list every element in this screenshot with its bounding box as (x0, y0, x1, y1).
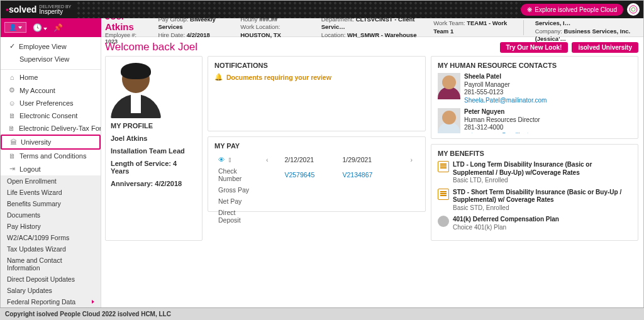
sub-benefits-summary[interactable]: Benefits Summary (1, 198, 101, 209)
employee-header: 👤 🕓 📌 Joel Atkins Employee #: 1023 Pay G… (1, 18, 643, 37)
user-menu-button[interactable]: 👤 (4, 22, 26, 33)
nav-university[interactable]: 🏛University ⬅ (1, 135, 101, 150)
next-period-button[interactable]: › (408, 156, 416, 163)
logout-icon: ⇥ (8, 165, 16, 173)
svg-point-1 (631, 8, 635, 11)
nav-electronic-delivery-tax-forms[interactable]: 🗎Electronic Delivery-Tax Forms (1, 122, 101, 135)
pay-date-0: 2/12/2021 (282, 155, 338, 165)
welcome-heading: Welcome back Joel (105, 41, 197, 53)
sub-open-enrollment[interactable]: Open Enrollment (1, 175, 101, 187)
logo: ▪solved DELIVERED BY Insperity (1, 1, 76, 18)
notification-item[interactable]: 🔔 Documents requiring your review (214, 73, 419, 81)
benefit-icon (438, 161, 449, 172)
contact-name: Peter Nguyen (464, 108, 547, 116)
contact-title: Human Resources Director (464, 116, 547, 124)
contact-avatar (438, 73, 460, 99)
doc-icon: 🗎 (8, 112, 16, 119)
nav-logout[interactable]: ⇥Logout (1, 162, 101, 175)
main-content: Welcome back Joel Try Our New Look! isol… (101, 37, 643, 308)
label-direct-deposit: Direct Deposit (216, 207, 260, 225)
supervisor-view-link[interactable]: Supervisor View (1, 53, 101, 65)
logo-mark: ▪solved (6, 4, 36, 14)
university-icon: 🏛 (9, 138, 17, 146)
sub-documents[interactable]: Documents (1, 209, 101, 221)
benefits-panel: MY BENEFITS LTD - Long Term Disability I… (431, 144, 638, 241)
caret-down-icon (43, 28, 47, 30)
sub-pay-history[interactable]: Pay History (1, 221, 101, 232)
explore-label: Explore isolved People Cloud (535, 6, 617, 13)
explore-button[interactable]: ❋ Explore isolved People Cloud (521, 4, 623, 16)
profile-card: MY PROFILE Joel Atkins Installation Team… (105, 56, 203, 241)
bell-icon: 🔔 (214, 73, 223, 81)
check-icon: ✓ (9, 42, 15, 50)
people-cloud-icon[interactable] (627, 3, 640, 16)
sub-salary-updates[interactable]: Salary Updates (1, 285, 101, 296)
pay-date-1: 1/29/2021 (340, 155, 396, 165)
sub-life-events[interactable]: Life Events Wizard (1, 187, 101, 198)
contact-avatar (438, 108, 460, 133)
sub-tax-updates[interactable]: Tax Updates Wizard (1, 243, 101, 255)
nav-my-account[interactable]: ⚙My Account (1, 84, 101, 97)
nav-home[interactable]: ⌂Home (1, 71, 101, 84)
nav-terms[interactable]: 🗎Terms and Conditions (1, 150, 101, 162)
prev-period-button[interactable]: ‹ (264, 156, 271, 163)
contact-email[interactable]: peter.nguyen@mailinator.com (464, 132, 547, 134)
sub-federal-reporting[interactable]: Federal Reporting Data (1, 296, 101, 307)
profile-name: Joel Atkins (111, 135, 197, 142)
svg-point-0 (630, 6, 637, 13)
contact-row: Peter Nguyen Human Resources Director 28… (438, 108, 631, 133)
nav-electronic-consent[interactable]: 🗎Electronic Consent (1, 109, 101, 122)
home-icon: ⌂ (8, 74, 16, 81)
doc-icon: 🗎 (8, 124, 15, 132)
contact-email[interactable]: Sheela.Patel@mailinator.com (464, 97, 547, 105)
hr-contacts-panel: MY HUMAN RESOURCE CONTACTS Sheela Patel … (431, 56, 638, 139)
label-gross-pay: Gross Pay (216, 185, 260, 195)
hr-contacts-heading: MY HUMAN RESOURCE CONTACTS (438, 62, 631, 69)
chevron-right-icon (92, 300, 94, 304)
isolved-university-button[interactable]: isolved University (572, 42, 638, 53)
eye-show-icon[interactable]: 👁 (218, 156, 225, 163)
sub-name-contact[interactable]: Name and Contact Information (1, 255, 101, 273)
label-net-pay: Net Pay (216, 196, 260, 206)
check-link-0[interactable]: V2579645 (282, 166, 338, 184)
benefit-item[interactable]: STD - Short Term Disability Insurance (B… (438, 189, 631, 212)
my-pay-heading: MY PAY (214, 142, 419, 150)
contact-title: Payroll Manager (464, 81, 547, 89)
footer-copyright: Copyright isolved People Cloud 2022 isol… (5, 311, 171, 317)
doc-icon: 🗎 (8, 152, 16, 160)
profile-anniversary: Anniversary: 4/2/2018 (111, 180, 197, 187)
user-icon: 👤 (9, 24, 16, 31)
notifications-heading: NOTIFICATIONS (214, 62, 419, 69)
pin-button[interactable]: 📌 (53, 23, 63, 32)
employee-view-link[interactable]: ✓Employee View (1, 40, 101, 53)
label-check-number: Check Number (216, 166, 260, 184)
brand-pattern (76, 1, 521, 18)
contact-name: Sheela Patel (464, 73, 547, 81)
my-pay-panel: MY PAY 👁 ⃠ ‹ 2/12/2021 1/29/2021 › (208, 136, 426, 212)
nav-user-preferences[interactable]: ☺User Preferences (1, 97, 101, 109)
delivered-by: DELIVERED BY Insperity (39, 4, 71, 15)
caret-down-icon (18, 26, 22, 29)
hr-contacts-scroll[interactable]: Sheela Patel Payroll Manager 281-555-012… (438, 73, 631, 133)
history-button[interactable]: 🕓 (33, 23, 47, 32)
contact-phone: 281-555-0123 (464, 89, 547, 97)
profile-title: Installation Team Lead (111, 147, 197, 155)
contact-phone: 281-312-4000 (464, 124, 547, 132)
check-link-1[interactable]: V2134867 (340, 166, 396, 184)
notifications-panel: NOTIFICATIONS 🔔 Documents requiring your… (208, 56, 426, 131)
try-new-look-button[interactable]: Try Our New Look! (500, 42, 569, 53)
benefit-icon (438, 189, 449, 200)
contact-row: Sheela Patel Payroll Manager 281-555-012… (438, 73, 631, 104)
profile-length-of-service: Length of Service: 4 Years (111, 160, 197, 175)
sub-w2-forms[interactable]: W2/ACA/1099 Forms (1, 232, 101, 243)
benefit-item[interactable]: 401(k) Deferred Compensation PlanChoice … (438, 216, 631, 231)
user-icon: ☺ (8, 99, 16, 107)
gear-icon: ⚙ (8, 86, 16, 94)
avatar (111, 62, 161, 118)
profile-heading: MY PROFILE (111, 122, 197, 130)
sub-direct-deposit[interactable]: Direct Deposit Updates (1, 273, 101, 285)
bulb-icon: ❋ (527, 6, 532, 13)
footer: Copyright isolved People Cloud 2022 isol… (0, 307, 644, 320)
benefit-item[interactable]: LTD - Long Term Disability Insurance (Ba… (438, 161, 631, 185)
brand-bar: ▪solved DELIVERED BY Insperity ❋ Explore… (1, 1, 643, 18)
